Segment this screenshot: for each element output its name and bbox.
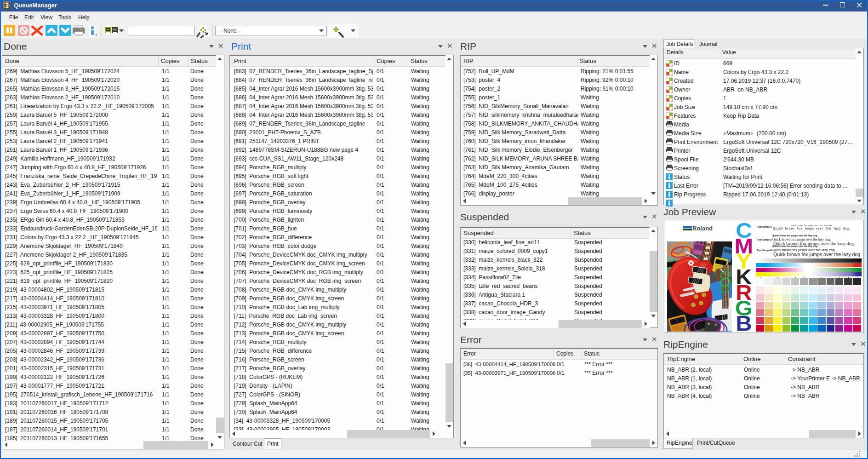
svg-text:Roland: Roland bbox=[692, 225, 713, 231]
